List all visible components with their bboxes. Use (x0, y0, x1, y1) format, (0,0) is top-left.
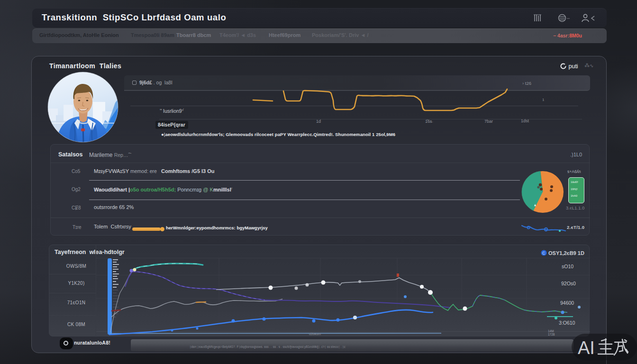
svg-text:1dst: 1dst (521, 118, 529, 123)
svg-text:1d: 1d (316, 119, 321, 124)
svg-text:AI: AI (578, 338, 595, 358)
svg-text:1: 1 (542, 98, 545, 102)
svg-text:14M: 14M (548, 329, 554, 333)
svg-text:d2bkum: d2bkum (309, 332, 321, 336)
svg-text:1728: 1728 (548, 333, 555, 336)
svg-text:7bar: 7bar (484, 119, 493, 124)
